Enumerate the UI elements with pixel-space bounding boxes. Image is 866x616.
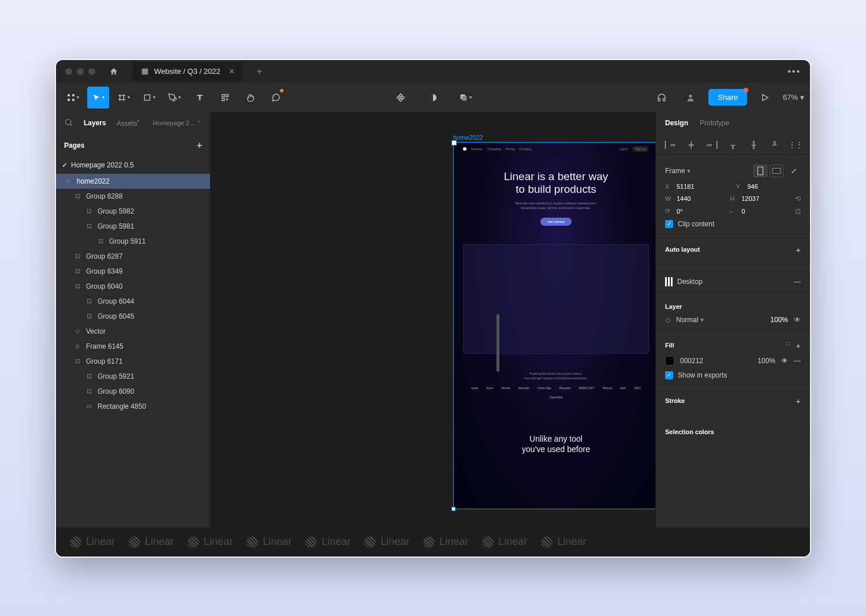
- add-fill-button[interactable]: +: [796, 341, 801, 350]
- comment-tool[interactable]: [265, 87, 287, 109]
- layer-item[interactable]: ▭Rectangle 4850: [56, 399, 210, 414]
- align-left-icon[interactable]: ▏═: [665, 140, 675, 150]
- portrait-orientation-icon[interactable]: [753, 165, 767, 177]
- layer-item[interactable]: ⊡Group 6090: [56, 384, 210, 399]
- visibility-icon[interactable]: 👁: [794, 316, 801, 324]
- home-button[interactable]: [103, 63, 124, 80]
- lock-aspect-icon[interactable]: ⟲: [795, 195, 801, 203]
- align-right-icon[interactable]: ═▕: [707, 140, 717, 150]
- text-tool[interactable]: [189, 87, 211, 109]
- layer-item[interactable]: ◇Vector: [56, 324, 210, 339]
- add-auto-layout-button[interactable]: +: [796, 245, 801, 255]
- minimize-window-icon[interactable]: [77, 68, 84, 75]
- corner-radius-icon[interactable]: ⊡: [795, 207, 801, 215]
- layers-tab[interactable]: Layers: [84, 119, 106, 127]
- fill-opacity-input[interactable]: 100%: [757, 357, 775, 365]
- customer-logo: OpenSea: [549, 395, 562, 399]
- add-stroke-button[interactable]: +: [796, 396, 801, 406]
- move-tool[interactable]: ▾: [87, 87, 109, 109]
- columns-icon: [665, 277, 673, 286]
- style-icon[interactable]: ∷: [786, 341, 790, 350]
- selected-frame[interactable]: Features Changelog Pricing Company Log i…: [453, 142, 655, 509]
- layer-item[interactable]: ⊡Group 6044: [56, 294, 210, 309]
- scrollbar[interactable]: [497, 314, 499, 372]
- design-tab[interactable]: Design: [665, 119, 688, 127]
- main-menu-button[interactable]: ▾: [62, 87, 84, 109]
- resources-tool[interactable]: [214, 87, 236, 109]
- layer-section: Layer ◇ Normal ▾ 100% 👁: [656, 295, 810, 333]
- search-icon[interactable]: [64, 118, 73, 129]
- show-in-exports-checkbox[interactable]: ✓Show in exports: [665, 371, 801, 379]
- blend-mode-select[interactable]: Normal ▾: [676, 316, 764, 324]
- align-hcenter-icon[interactable]: ╪: [686, 140, 696, 150]
- avatar-icon[interactable]: [680, 87, 701, 109]
- mask-icon[interactable]: [422, 87, 444, 109]
- distribute-icon[interactable]: ⋮⋮: [790, 140, 801, 150]
- layer-item[interactable]: #home2022: [56, 174, 210, 189]
- layer-item[interactable]: ⊡Group 6287: [56, 249, 210, 264]
- pen-tool[interactable]: ▾: [163, 87, 185, 109]
- new-tab-button[interactable]: +: [251, 66, 268, 77]
- layer-item[interactable]: ⊡Group 6040: [56, 279, 210, 294]
- layer-item[interactable]: ⊡Group 6288: [56, 189, 210, 204]
- align-vcenter-icon[interactable]: ╫: [749, 140, 759, 150]
- fit-icon[interactable]: ⤢: [787, 165, 801, 177]
- group-icon: ⊡: [85, 207, 93, 215]
- frame-type-label[interactable]: Frame ▾: [665, 167, 750, 175]
- blend-drop-icon[interactable]: ◇: [665, 316, 670, 324]
- svg-rect-15: [772, 168, 781, 173]
- remove-fill-icon[interactable]: —: [794, 357, 801, 365]
- layer-item[interactable]: ⊡Group 5981: [56, 219, 210, 234]
- layer-item[interactable]: ⊡Group 5911: [56, 234, 210, 249]
- audio-icon[interactable]: [651, 87, 673, 109]
- clip-content-checkbox[interactable]: ✓Clip content: [665, 220, 801, 228]
- remove-grid-icon[interactable]: —: [794, 278, 801, 286]
- shape-tool[interactable]: ▾: [138, 87, 160, 109]
- boolean-icon[interactable]: ▾: [454, 87, 476, 109]
- align-top-icon[interactable]: ╥: [727, 140, 738, 150]
- assets-tab[interactable]: Assets•: [117, 118, 139, 128]
- prototype-tab[interactable]: Prototype: [700, 119, 729, 127]
- customer-logo: Retool: [603, 386, 612, 390]
- x-input[interactable]: 51181: [677, 183, 695, 190]
- fill-hex-input[interactable]: 000212: [680, 357, 752, 365]
- left-panel: Layers Assets• Homepage 2... ⌃ Pages + H…: [56, 112, 211, 528]
- hand-tool[interactable]: [240, 87, 262, 109]
- window-controls: [65, 68, 95, 75]
- frame-tool[interactable]: ▾: [113, 87, 135, 109]
- y-input[interactable]: 946: [748, 183, 758, 190]
- layer-item[interactable]: ⊡Group 6349: [56, 264, 210, 279]
- share-button[interactable]: Share: [708, 89, 747, 106]
- radius-input[interactable]: 0: [742, 208, 745, 215]
- layer-item[interactable]: ⊡Group 5982: [56, 204, 210, 219]
- svg-rect-8: [222, 98, 225, 100]
- page-item[interactable]: Homepage 2022 0.5: [56, 156, 210, 174]
- close-window-icon[interactable]: [65, 68, 72, 75]
- fill-visibility-icon[interactable]: 👁: [781, 357, 788, 365]
- h-input[interactable]: 12037: [742, 195, 760, 202]
- file-tab[interactable]: Website / Q3 / 2022 ✕: [132, 62, 243, 81]
- opacity-input[interactable]: 100%: [770, 316, 788, 324]
- svg-rect-2: [68, 99, 70, 101]
- frame-label[interactable]: home2022: [453, 134, 483, 141]
- layer-item[interactable]: ⊡Group 6045: [56, 309, 210, 324]
- present-button[interactable]: [754, 87, 776, 109]
- component-icon[interactable]: [390, 87, 412, 109]
- layer-item[interactable]: ⊡Group 5921: [56, 369, 210, 384]
- page-breadcrumb[interactable]: Homepage 2... ⌃: [153, 120, 202, 127]
- landscape-orientation-icon[interactable]: [770, 165, 783, 177]
- maximize-window-icon[interactable]: [88, 68, 95, 75]
- customer-logo: MERCURY: [579, 386, 595, 390]
- w-input[interactable]: 1440: [677, 195, 690, 202]
- rect-icon: ▭: [85, 402, 93, 410]
- close-tab-icon[interactable]: ✕: [229, 67, 235, 76]
- menu-button[interactable]: •••: [787, 66, 801, 77]
- layer-item[interactable]: ⊡Group 6171: [56, 354, 210, 369]
- align-bottom-icon[interactable]: ╨: [770, 140, 780, 150]
- layer-item[interactable]: #Frame 6145: [56, 339, 210, 354]
- add-page-button[interactable]: +: [197, 140, 202, 151]
- fill-swatch[interactable]: [665, 356, 674, 365]
- canvas[interactable]: home2022 Features Changelog Pricing Comp…: [211, 112, 655, 528]
- zoom-control[interactable]: 67%▾: [783, 93, 804, 102]
- rotation-input[interactable]: 0°: [677, 208, 683, 215]
